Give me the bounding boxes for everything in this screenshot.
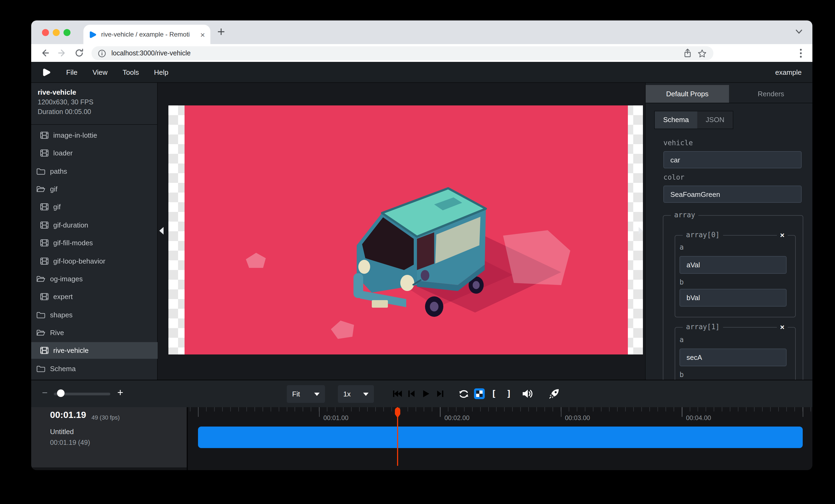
sidebar-folder-rive[interactable]: Rive [31,324,158,341]
sidebar-item-rive-vehicle[interactable]: rive-vehicle [31,342,158,359]
sidebar-item-label: gif [50,185,57,193]
in-point-button[interactable]: [ [491,388,496,399]
play-icon[interactable] [422,390,430,398]
sidebar-item-label: gif-loop-behavior [53,257,105,265]
sidebar-item-gif-duration[interactable]: gif-duration [31,217,158,233]
fit-dropdown[interactable]: Fit [287,385,325,403]
timeline-divider [187,407,188,470]
remotion-logo-icon[interactable] [42,67,51,77]
remove-array-0-icon[interactable]: × [777,230,788,240]
menu-file[interactable]: File [66,68,78,76]
kebab-menu-icon[interactable] [799,48,802,58]
reload-icon[interactable] [74,48,84,58]
timeline-track-bar[interactable] [198,426,803,448]
screen: rive-vehicle / example - Remoti × [0,0,835,504]
folder-open-icon [37,329,45,336]
sidebar-item-label: Schema [50,365,76,373]
sidebar-folder-gif[interactable]: gif [31,181,158,197]
composition-duration: Duration 00:05.00 [38,108,91,115]
site-info-icon[interactable] [98,49,106,57]
confetti-pentagon [246,253,266,268]
zoom-slider-knob[interactable] [57,390,65,397]
forward-icon[interactable] [57,48,67,58]
share-icon[interactable] [683,48,692,58]
folder-open-icon [37,275,45,282]
color-input[interactable] [664,186,802,203]
fit-value: Fit [292,390,300,398]
ruler-label: 00:01.00 [323,414,348,422]
array-0-fieldset: array[0] × a b [675,235,796,317]
minimize-window-button[interactable] [53,29,60,36]
bookmark-star-icon[interactable] [697,49,707,58]
zoom-out-button[interactable]: − [42,387,48,399]
ruler-label: 00:04.00 [686,414,711,422]
vehicle-input[interactable] [664,151,802,168]
browser-window: rive-vehicle / example - Remoti × [31,20,812,470]
address-bar[interactable]: localhost:3000/rive-vehicle [91,46,713,60]
field-a-input[interactable] [679,256,787,274]
previous-frame-icon[interactable] [407,390,415,398]
bundle-name-label: example [775,68,802,76]
sidebar-item-gif-fill-modes[interactable]: gif-fill-modes [31,234,158,251]
browser-tabstrip: rive-vehicle / example - Remoti × [31,20,812,44]
chevron-down-icon[interactable] [795,28,803,35]
field-b-input[interactable] [679,289,787,307]
tab-default-props[interactable]: Default Props [646,85,729,103]
tab-close-icon[interactable]: × [200,30,205,39]
menu-tools[interactable]: Tools [123,68,139,76]
field-a-input[interactable] [679,349,787,366]
menu-view[interactable]: View [93,68,108,76]
sidebar-folder-schema[interactable]: Schema [31,360,158,377]
app-menubar: File View Tools Help example [31,62,812,83]
playhead-marker[interactable] [394,407,401,420]
collapse-right-panel-icon[interactable] [639,227,643,234]
new-tab-icon[interactable] [217,27,225,36]
volume-icon[interactable] [522,389,534,399]
field-b-label: b [679,278,684,286]
composition-title: rive-vehicle [38,88,76,96]
schema-json-toggle: Schema JSON [654,111,733,129]
timeline-ruler[interactable] [188,407,812,417]
rive-animation-canvas [185,105,628,355]
speed-dropdown[interactable]: 1x [338,385,374,403]
film-icon [40,258,48,265]
zoom-in-button[interactable]: + [117,387,123,399]
sidebar-folder-og-images[interactable]: og-images [31,271,158,287]
close-window-button[interactable] [42,29,49,36]
render-rocket-icon[interactable] [548,388,560,400]
next-frame-icon[interactable] [436,390,444,398]
skip-to-start-icon[interactable] [392,390,403,398]
confetti-pentagon [503,230,570,285]
sidebar-item-gif-loop-behavior[interactable]: gif-loop-behavior [31,253,158,270]
sidebar-item-image-in-lottie[interactable]: image-in-lottie [31,127,158,144]
tab-renders[interactable]: Renders [729,85,812,103]
sidebar-item-label: shapes [50,311,73,319]
current-timecode: 00:01.19 [50,410,86,421]
sidebar-item-loader[interactable]: loader [31,145,158,161]
preview-canvas-area [158,83,645,380]
collapse-left-panel-icon[interactable] [159,227,164,234]
loop-icon[interactable] [458,389,470,399]
sidebar-folder-paths[interactable]: paths [31,163,158,180]
back-icon[interactable] [40,48,50,58]
sidebar-item-expert[interactable]: expert [31,288,158,305]
speed-value: 1x [343,390,350,398]
url-text: localhost:3000/rive-vehicle [111,49,678,57]
out-point-button[interactable]: ] [506,388,511,399]
vehicle-label: vehicle [664,139,693,147]
toggle-schema[interactable]: Schema [655,111,697,129]
menu-help[interactable]: Help [154,68,169,76]
browser-tab[interactable]: rive-vehicle / example - Remoti × [83,25,210,44]
transparency-toggle[interactable] [474,388,485,399]
sidebar-folder-shapes[interactable]: shapes [31,307,158,323]
folder-icon [37,311,45,318]
track-duration: 00:01.19 (49) [50,439,90,446]
array-label: array [671,211,698,219]
remove-array-1-icon[interactable]: × [777,322,788,332]
remotion-favicon [89,30,97,39]
zoom-window-button[interactable] [63,29,70,36]
toggle-json[interactable]: JSON [697,111,733,129]
checkerboard-icon [474,388,485,399]
field-a-label: a [679,336,684,344]
sidebar-item-gif[interactable]: gif [31,198,158,215]
